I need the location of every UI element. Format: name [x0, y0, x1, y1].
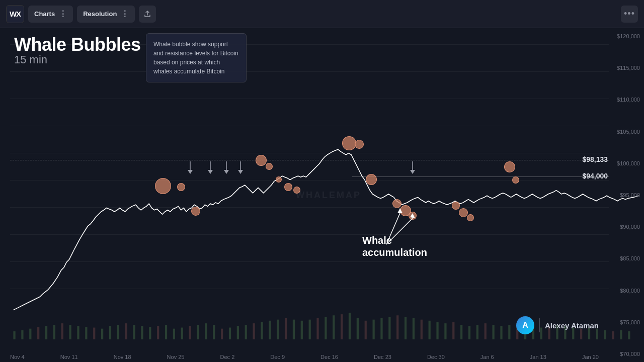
x-axis: Nov 4 Nov 11 Nov 18 Nov 25 Dec 2 Dec 9 D… [0, 352, 609, 362]
whale-bubble [512, 176, 519, 184]
whale-bubble [155, 178, 171, 194]
whale-bubble [366, 174, 377, 185]
whale-bubble [452, 202, 460, 210]
svg-rect-74 [604, 330, 606, 339]
y-label: $105,000 [613, 129, 640, 135]
svg-rect-22 [189, 326, 191, 339]
svg-rect-13 [117, 325, 119, 339]
x-label: Dec 9 [270, 354, 285, 360]
whale-bubble [459, 208, 468, 217]
svg-rect-62 [508, 325, 510, 339]
x-label: Dec 2 [220, 354, 235, 360]
charts-menu-icon[interactable]: ⋮ [59, 10, 67, 18]
chart-tooltip: Whale bubble show support and resistance… [146, 33, 247, 82]
svg-rect-7 [69, 325, 71, 339]
logo-icon[interactable]: WX [6, 5, 24, 23]
svg-rect-31 [261, 322, 263, 339]
svg-rect-48 [396, 315, 398, 339]
svg-rect-55 [452, 322, 454, 339]
y-label: $75,000 [613, 319, 640, 325]
topbar: WX Charts ⋮ Resolution ⋮ ••• [0, 0, 644, 28]
x-label: Nov 11 [60, 354, 78, 360]
resolution-menu-icon[interactable]: ⋮ [121, 10, 129, 18]
x-label: Nov 4 [10, 354, 25, 360]
svg-rect-19 [165, 325, 167, 339]
svg-rect-44 [365, 321, 367, 339]
svg-rect-38 [316, 318, 318, 339]
x-label: Nov 25 [167, 354, 185, 360]
svg-rect-28 [237, 326, 239, 339]
svg-rect-35 [293, 320, 295, 339]
whale-bubble [177, 183, 185, 191]
author-divider [539, 318, 540, 332]
svg-rect-17 [149, 327, 151, 339]
svg-rect-51 [421, 320, 423, 339]
svg-rect-47 [388, 317, 390, 339]
svg-rect-14 [125, 323, 127, 339]
x-label: Jan 6 [480, 354, 494, 360]
charts-tab[interactable]: Charts ⋮ [28, 6, 73, 23]
svg-rect-50 [413, 318, 415, 339]
svg-rect-34 [285, 318, 287, 339]
resolution-tab[interactable]: Resolution ⋮ [77, 6, 135, 23]
svg-rect-8 [77, 326, 79, 339]
svg-rect-24 [205, 323, 207, 339]
y-label: $95,000 [613, 192, 640, 198]
svg-rect-61 [500, 326, 502, 339]
svg-rect-33 [277, 320, 279, 339]
more-options-button[interactable]: ••• [621, 6, 638, 23]
chart-title: Whale Bubbles [14, 34, 141, 55]
svg-rect-21 [181, 328, 183, 339]
svg-rect-3 [37, 327, 39, 339]
whale-bubble [409, 212, 417, 220]
svg-rect-5 [53, 325, 55, 339]
svg-rect-56 [460, 325, 462, 339]
author-name: Alexey Ataman [545, 321, 599, 330]
svg-rect-59 [485, 323, 487, 339]
svg-rect-43 [357, 318, 359, 339]
svg-rect-42 [349, 313, 351, 339]
svg-rect-16 [141, 326, 143, 339]
resolution-label: Resolution [83, 10, 117, 18]
whale-bubble [504, 161, 515, 172]
x-label: Dec 23 [374, 354, 391, 360]
whale-bubble [256, 155, 267, 166]
topbar-right: ••• [621, 6, 638, 23]
svg-rect-39 [325, 317, 327, 339]
whale-bubble [342, 136, 356, 150]
tooltip-text: Whale bubble show support and resistance… [153, 41, 238, 75]
svg-rect-60 [493, 325, 495, 339]
y-label: $70,000 [613, 351, 640, 357]
author-avatar: A [516, 316, 534, 334]
x-label: Dec 16 [320, 354, 338, 360]
svg-rect-29 [245, 325, 247, 339]
svg-rect-52 [429, 321, 431, 339]
svg-rect-32 [269, 321, 271, 339]
whale-bubble [392, 199, 401, 208]
share-button[interactable] [139, 6, 156, 23]
whale-annotation: Whale accumulation [362, 234, 427, 258]
svg-rect-41 [341, 314, 343, 339]
whale-bubble [467, 214, 474, 221]
svg-rect-37 [309, 320, 311, 339]
svg-rect-2 [29, 329, 31, 339]
author-block: A Alexey Ataman [516, 316, 599, 334]
whale-bubble [293, 187, 300, 194]
svg-rect-1 [21, 330, 23, 339]
price-level-98-line [10, 160, 609, 160]
whale-bubble [355, 140, 364, 149]
svg-rect-4 [45, 326, 47, 339]
y-label: $115,000 [613, 65, 640, 71]
svg-rect-46 [380, 318, 382, 339]
svg-rect-58 [476, 325, 478, 339]
svg-rect-36 [301, 321, 303, 339]
svg-rect-26 [221, 329, 223, 339]
svg-rect-18 [157, 326, 159, 339]
svg-rect-27 [229, 328, 231, 339]
price-chart-svg [0, 28, 644, 358]
svg-rect-53 [436, 322, 438, 339]
svg-rect-6 [61, 323, 63, 339]
y-label: $120,000 [613, 33, 640, 39]
price-label-94000: $94,000 [582, 172, 608, 180]
svg-rect-9 [85, 327, 87, 339]
